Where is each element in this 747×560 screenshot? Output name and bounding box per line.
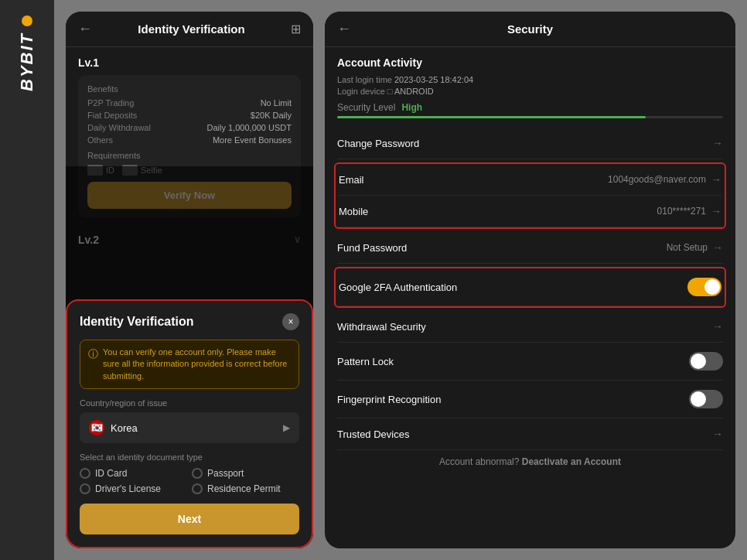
main-content: ← Identity Verification ⊞ Lv.1 Benefits …	[54, 0, 747, 560]
mobile-label: Mobile	[339, 206, 368, 217]
doc-option-id-card[interactable]: ID Card	[80, 468, 187, 479]
menu-item-fingerprint[interactable]: Fingerprint Recognition	[337, 381, 723, 418]
email-arrow: →	[711, 173, 721, 186]
email-value: 1004goods@naver.com	[608, 174, 706, 185]
trusted-devices-arrow: →	[712, 428, 723, 440]
right-phone-title: Security	[507, 22, 553, 36]
fingerprint-toggle-knob	[691, 391, 706, 407]
menu-item-email[interactable]: Email 1004goods@naver.com →	[339, 164, 721, 196]
back-arrow-right[interactable]: ←	[337, 21, 351, 37]
modal-overlay: Identity Verification × ⓘ You can verify…	[66, 166, 313, 548]
radio-residence-permit-inner	[195, 487, 200, 491]
mobile-value: 010*****271	[657, 206, 706, 217]
google-2fa-label: Google 2FA Authentication	[339, 282, 457, 293]
benefit-others-value: More Event Bonuses	[213, 135, 292, 145]
benefit-others-label: Others	[87, 135, 113, 145]
deactivate-link[interactable]: Deactivate an Account	[522, 456, 621, 467]
benefit-withdrawal: Daily Withdrawal Daily 1,000,000 USDT	[87, 123, 292, 132]
warning-icon: ⓘ	[88, 347, 98, 361]
logo-text: BYBIT	[17, 32, 37, 91]
warning-box: ⓘ You can verify one account only. Pleas…	[80, 340, 299, 389]
fingerprint-toggle[interactable]	[689, 390, 723, 408]
benefit-fiat: Fiat Deposits $20K Daily	[87, 111, 292, 120]
radio-passport-inner	[195, 471, 200, 476]
change-password-right: →	[712, 137, 723, 149]
menu-item-fund-password[interactable]: Fund Password Not Setup →	[337, 232, 723, 264]
account-activity-title: Account Activity	[337, 56, 723, 69]
warning-text: You can verify one account only. Please …	[103, 347, 291, 382]
trusted-devices-label: Trusted Devices	[337, 429, 409, 440]
last-login-value: 2023-03-25 18:42:04	[394, 75, 473, 84]
pattern-lock-toggle-knob	[691, 353, 706, 369]
doc-option-residence-permit[interactable]: Residence Permit	[192, 483, 299, 494]
benefits-title: Benefits	[87, 84, 292, 94]
benefit-withdrawal-label: Daily Withdrawal	[87, 123, 151, 132]
last-login-row: Last login time 2023-03-25 18:42:04	[337, 75, 723, 84]
email-label: Email	[339, 174, 364, 186]
security-level-label: Security Level	[337, 102, 395, 113]
country-arrow-icon: ▶	[283, 422, 290, 433]
fund-password-right: Not Setup →	[667, 241, 723, 254]
modal-title: Identity Verification	[80, 315, 194, 329]
fund-password-label: Fund Password	[337, 242, 407, 254]
benefit-fiat-value: $20K Daily	[251, 111, 292, 120]
modal-close-button[interactable]: ×	[282, 313, 299, 330]
back-arrow-left[interactable]: ←	[78, 21, 92, 37]
google-2fa-highlighted: Google 2FA Authentication	[334, 267, 726, 308]
menu-item-trusted-devices[interactable]: Trusted Devices →	[337, 418, 723, 450]
withdrawal-security-label: Withdrawal Security	[337, 321, 426, 333]
doc-label-residence-permit: Residence Permit	[207, 483, 281, 494]
pattern-lock-toggle[interactable]	[689, 352, 723, 370]
korea-flag: 🇰🇷	[89, 420, 104, 435]
doc-label-drivers-license: Driver's License	[95, 483, 161, 494]
pattern-lock-label: Pattern Lock	[337, 356, 394, 367]
doc-option-drivers-license[interactable]: Driver's License	[80, 483, 187, 494]
deactivate-section: Account abnormal? Deactivate an Account	[337, 450, 723, 473]
login-device-value: ANDROID	[394, 87, 434, 96]
change-password-arrow: →	[712, 137, 723, 149]
menu-item-withdrawal-security[interactable]: Withdrawal Security →	[337, 311, 723, 343]
right-phone-header: ← Security	[325, 12, 735, 47]
menu-item-google-2fa[interactable]: Google 2FA Authentication	[339, 268, 721, 306]
identity-verification-modal: Identity Verification × ⓘ You can verify…	[66, 299, 313, 548]
radio-residence-permit	[192, 483, 203, 494]
login-device-row: Login device □ ANDROID	[337, 87, 723, 96]
left-phone-header: ← Identity Verification ⊞	[66, 12, 313, 47]
country-name: Korea	[111, 422, 138, 434]
login-device-icon: □	[387, 87, 394, 96]
country-label: Country/region of issue	[80, 398, 299, 408]
google-2fa-toggle[interactable]	[687, 278, 721, 296]
radio-drivers-license-inner	[83, 487, 87, 491]
fund-password-value: Not Setup	[667, 242, 708, 253]
trusted-devices-right: →	[712, 428, 723, 440]
next-button[interactable]: Next	[80, 504, 299, 534]
security-level-row: Security Level High	[337, 102, 723, 113]
change-password-label: Change Password	[337, 138, 419, 149]
sidebar: BYBIT	[0, 0, 54, 560]
kyc-icon: ⊞	[291, 22, 301, 36]
menu-item-pattern-lock[interactable]: Pattern Lock	[337, 343, 723, 381]
left-phone-title: Identity Verification	[138, 22, 244, 36]
country-left: 🇰🇷 Korea	[89, 420, 138, 435]
doc-type-label: Select an identity document type	[80, 452, 299, 462]
phone-right: ← Security Account Activity Last login t…	[325, 12, 735, 548]
menu-item-mobile[interactable]: Mobile 010*****271 →	[339, 196, 721, 227]
benefit-p2p-label: P2P Trading	[87, 98, 134, 108]
logo-dot	[22, 15, 32, 26]
doc-option-passport[interactable]: Passport	[192, 468, 299, 479]
fingerprint-label: Fingerprint Recognition	[337, 394, 441, 405]
progress-bar-bg	[337, 116, 723, 118]
modal-title-row: Identity Verification ×	[80, 313, 299, 330]
withdrawal-security-arrow: →	[712, 320, 723, 333]
login-device-label: Login device	[337, 87, 387, 96]
security-level-value: High	[401, 102, 422, 113]
radio-id-card-inner	[83, 471, 87, 476]
menu-item-change-password[interactable]: Change Password →	[337, 128, 723, 159]
doc-options: ID Card Passport Driver's License	[80, 468, 299, 494]
benefit-p2p: P2P Trading No Limit	[87, 98, 292, 108]
radio-passport	[192, 468, 203, 479]
bybit-logo: BYBIT	[17, 15, 37, 91]
country-selector[interactable]: 🇰🇷 Korea ▶	[80, 412, 299, 443]
radio-drivers-license	[80, 483, 90, 494]
phone-left: ← Identity Verification ⊞ Lv.1 Benefits …	[66, 12, 313, 548]
